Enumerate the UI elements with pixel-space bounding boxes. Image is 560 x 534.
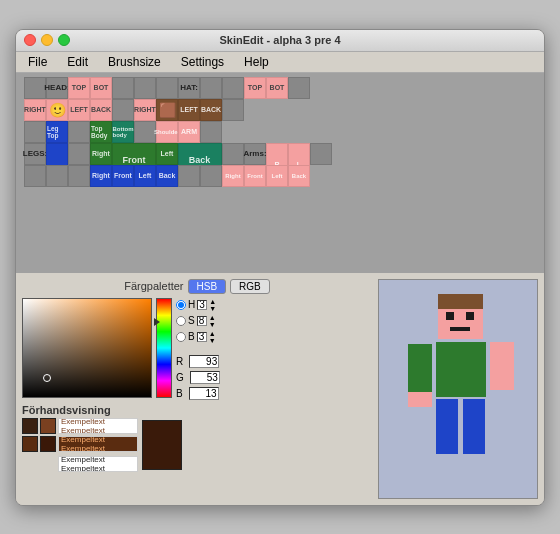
cell-top-body[interactable]: Top Body [90,121,112,143]
cell-leg-front[interactable]: Front [112,165,134,187]
char-hair [438,294,483,309]
gradient-cursor[interactable] [43,374,51,382]
swatch-dark-brown[interactable] [22,418,38,434]
char-arm-left [408,344,432,392]
cell-right-body[interactable]: Right [90,143,112,165]
h-stepper[interactable]: ▲▼ [209,298,216,312]
cell-hat-right[interactable]: RIGHT [134,99,156,121]
cell-leg-top[interactable]: Leg Top [46,121,68,143]
cell-bottom-body[interactable]: Bottom body [112,121,134,143]
char-leg-left [436,399,458,454]
cell-sep [112,99,134,121]
tab-rgb[interactable]: RGB [230,279,270,294]
s-input[interactable] [197,316,207,326]
cell-empty10 [68,121,90,143]
b2-input[interactable] [189,387,219,400]
cell-empty19 [178,165,200,187]
cell-arm-back[interactable]: Back [288,165,310,187]
h-input[interactable] [197,300,207,310]
swatch-brown2[interactable] [22,436,38,452]
example-text1: Exempeltext Exempeltext [61,418,135,434]
b-stepper[interactable]: ▲▼ [209,330,216,344]
maximize-button[interactable] [58,34,70,46]
minecraft-char-svg [388,284,528,494]
b-input[interactable] [197,332,207,342]
cell-empty5 [200,77,222,99]
preview-dark-bar [142,420,182,470]
cell-empty6 [222,77,244,99]
bottom-section: Färgpaletter HSB RGB H ▲▼ [16,273,544,505]
cell-empty20 [200,165,222,187]
cell-arm-left[interactable]: Left [266,165,288,187]
menu-edit[interactable]: Edit [63,54,92,70]
g-input[interactable] [190,371,220,384]
cell-shoulder[interactable]: Shoulder [156,121,178,143]
h-radio[interactable] [176,300,186,310]
menu-settings[interactable]: Settings [177,54,228,70]
g-label: G [176,372,184,383]
cell-bottom1[interactable]: BOT [90,77,112,99]
b-label: B [188,331,195,342]
cell-hat-top[interactable]: TOP [244,77,266,99]
cell-hat-left[interactable]: LEFT [178,99,200,121]
hsb-controls: H ▲▼ S ▲▼ B ▲▼ [176,298,220,400]
char-mouth [450,327,470,331]
s-radio[interactable] [176,316,186,326]
cell-leg-right[interactable]: Right [90,165,112,187]
s-stepper[interactable]: ▲▼ [209,314,216,328]
cell-back1[interactable]: BACK [90,99,112,121]
cell-empty2 [112,77,134,99]
cell-leg-back[interactable]: Back [156,165,178,187]
cell-left1[interactable]: LEFT [68,99,90,121]
cell-right1[interactable]: RIGHT [24,99,46,121]
b-radio[interactable] [176,332,186,342]
minimize-button[interactable] [41,34,53,46]
window-title: SkinEdit - alpha 3 pre 4 [219,34,340,46]
b-row: B ▲▼ [176,330,220,344]
color-gradient[interactable] [22,298,152,398]
cell-empty13 [68,143,90,165]
g-row: G [176,371,220,384]
cell-empty17 [46,165,68,187]
cell-hat-bottom[interactable]: BOT [266,77,288,99]
head-label-row: HEAD: TOP BOT HAT: TOP BOT [24,77,536,99]
swatch-dark2[interactable] [40,436,56,452]
cell-left-body[interactable]: Left [156,143,178,165]
h-row: H ▲▼ [176,298,220,312]
cell-top1[interactable]: TOP [68,77,90,99]
cell-arms-label: Arms: [244,143,266,165]
cell-hat-label: HAT: [178,77,200,99]
cell-face[interactable]: 🙂 [46,99,68,121]
preview-label: Förhandsvisning [22,404,372,416]
s-row: S ▲▼ [176,314,220,328]
char-leg-right [463,399,485,454]
titlebar: SkinEdit - alpha 3 pre 4 [16,30,544,52]
menu-help[interactable]: Help [240,54,273,70]
cell-arm-front[interactable]: Front [244,165,266,187]
menu-brushsize[interactable]: Brushsize [104,54,165,70]
body-top-row: Leg Top Top Body Bottom body Shoulder AR… [24,121,536,143]
color-tabs-label: Färgpaletter [124,280,183,292]
cell-hat-back[interactable]: BACK [200,99,222,121]
cell-empty3 [134,77,156,99]
cell-hat-face[interactable]: 🟫 [156,99,178,121]
swatch-empty2 [40,456,56,472]
tab-hsb[interactable]: HSB [188,279,227,294]
cell-empty11 [134,121,156,143]
hue-arrow [154,318,160,326]
color-panel: Färgpaletter HSB RGB H ▲▼ [22,279,372,499]
preview-section: Förhandsvisning Exempeltext Exempeltext [22,404,372,472]
cell-arm-right[interactable]: Right [222,165,244,187]
cell-empty [24,77,46,99]
char-body [436,342,486,397]
cell-empty14 [222,143,244,165]
swatch-empty [22,456,38,472]
menu-file[interactable]: File [24,54,51,70]
hue-strip[interactable] [156,298,172,398]
close-button[interactable] [24,34,36,46]
traffic-lights [24,34,70,46]
swatch-mid-brown[interactable] [40,418,56,434]
cell-arm[interactable]: ARM [178,121,200,143]
r-input[interactable] [189,355,219,368]
cell-leg-left[interactable]: Left [134,165,156,187]
